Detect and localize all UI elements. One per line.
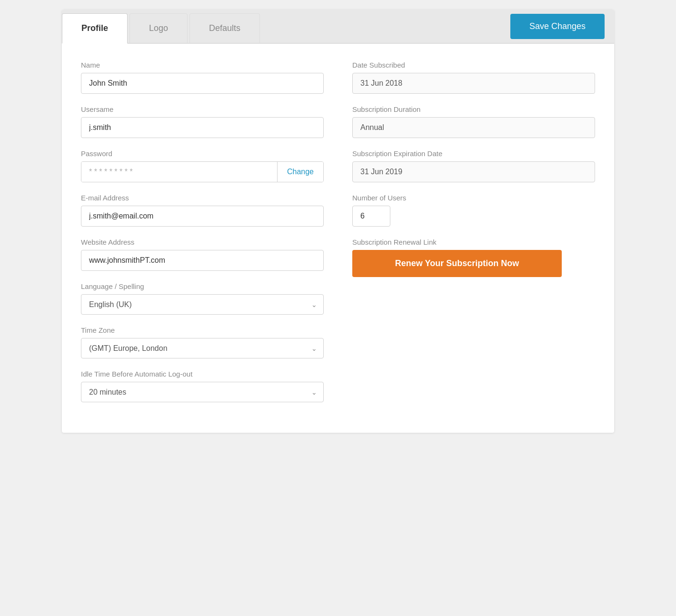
tab-defaults-label: Defaults xyxy=(209,23,240,33)
idle-select-wrapper: 10 minutes 20 minutes 30 minutes 60 minu… xyxy=(81,382,324,402)
right-column: Date Subscribed Subscription Duration Su… xyxy=(352,61,595,414)
tab-bar: Profile Logo Defaults Save Changes xyxy=(62,10,614,44)
name-group: Name xyxy=(81,61,324,94)
tab-profile[interactable]: Profile xyxy=(62,13,128,44)
email-input[interactable] xyxy=(81,206,324,227)
username-group: Usersame xyxy=(81,105,324,138)
tab-defaults[interactable]: Defaults xyxy=(189,13,260,43)
subscription-duration-label: Subscription Duration xyxy=(352,105,595,113)
subscription-duration-group: Subscription Duration xyxy=(352,105,595,138)
tab-logo-label: Logo xyxy=(149,23,168,33)
num-users-label: Number of Users xyxy=(352,194,595,202)
timezone-label: Time Zone xyxy=(81,326,324,334)
change-password-button[interactable]: Change xyxy=(277,162,323,182)
tab-logo[interactable]: Logo xyxy=(129,13,188,43)
username-label: Usersame xyxy=(81,105,324,113)
num-users-group: Number of Users xyxy=(352,194,595,227)
renew-subscription-button[interactable]: Renew Your Subscription Now xyxy=(352,250,562,277)
website-label: Website Address xyxy=(81,238,324,246)
language-select[interactable]: English (UK) English (US) French Spanish… xyxy=(81,294,324,315)
renewal-link-group: Subscription Renewal Link Renew Your Sub… xyxy=(352,238,595,277)
password-input[interactable] xyxy=(81,162,277,182)
email-group: E-mail Address xyxy=(81,194,324,227)
form-area: Name Usersame Password Change E-mail Add… xyxy=(62,44,614,433)
idle-select[interactable]: 10 minutes 20 minutes 30 minutes 60 minu… xyxy=(81,382,324,402)
password-group: Password Change xyxy=(81,149,324,182)
date-subscribed-group: Date Subscribed xyxy=(352,61,595,94)
language-group: Language / Spelling English (UK) English… xyxy=(81,282,324,315)
timezone-select-wrapper: (GMT) Europe, London (GMT-5) US Eastern … xyxy=(81,338,324,358)
timezone-select[interactable]: (GMT) Europe, London (GMT-5) US Eastern … xyxy=(81,338,324,358)
website-group: Website Address xyxy=(81,238,324,271)
main-container: Profile Logo Defaults Save Changes Name … xyxy=(62,10,614,433)
name-label: Name xyxy=(81,61,324,69)
num-users-input[interactable] xyxy=(352,206,390,227)
expiration-date-input xyxy=(352,161,595,182)
timezone-group: Time Zone (GMT) Europe, London (GMT-5) U… xyxy=(81,326,324,358)
idle-group: Idle Time Before Automatic Log-out 10 mi… xyxy=(81,370,324,402)
date-subscribed-label: Date Subscribed xyxy=(352,61,595,69)
date-subscribed-input xyxy=(352,73,595,94)
language-select-wrapper: English (UK) English (US) French Spanish… xyxy=(81,294,324,315)
renewal-link-label: Subscription Renewal Link xyxy=(352,238,595,246)
email-label: E-mail Address xyxy=(81,194,324,202)
expiration-date-group: Subscription Expiration Date xyxy=(352,149,595,182)
subscription-duration-input xyxy=(352,117,595,138)
password-label: Password xyxy=(81,149,324,158)
password-wrapper: Change xyxy=(81,161,324,182)
expiration-date-label: Subscription Expiration Date xyxy=(352,149,595,158)
username-input[interactable] xyxy=(81,117,324,138)
tab-profile-label: Profile xyxy=(81,23,108,33)
language-label: Language / Spelling xyxy=(81,282,324,290)
name-input[interactable] xyxy=(81,73,324,94)
tab-spacer xyxy=(262,10,510,43)
idle-label: Idle Time Before Automatic Log-out xyxy=(81,370,324,378)
save-button[interactable]: Save Changes xyxy=(510,14,605,39)
left-column: Name Usersame Password Change E-mail Add… xyxy=(81,61,324,414)
website-input[interactable] xyxy=(81,250,324,271)
